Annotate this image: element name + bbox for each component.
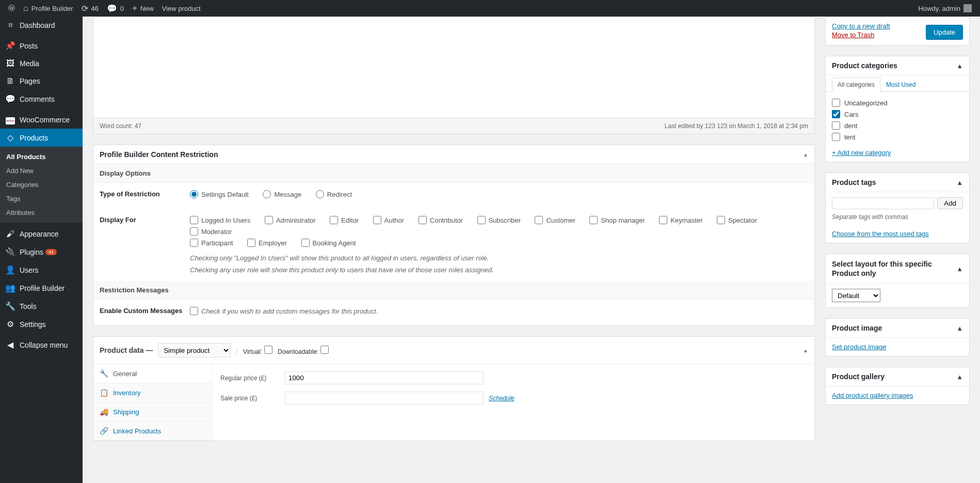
radio-redirect[interactable]: Redirect xyxy=(316,190,352,198)
toggle-icon[interactable]: ▲ xyxy=(803,152,808,158)
custom-messages-label: Enable Custom Messages xyxy=(100,307,190,315)
role-participant[interactable]: Participant xyxy=(190,239,233,247)
menu-media[interactable]: 🖼Media xyxy=(0,55,83,72)
role-employer[interactable]: Employer xyxy=(247,239,287,247)
set-image-link[interactable]: Set product image xyxy=(832,343,887,351)
menu-tools[interactable]: 🔧Tools xyxy=(0,297,83,315)
toggle-icon[interactable]: ▲ xyxy=(956,62,963,70)
products-icon: ◇ xyxy=(5,133,15,143)
role-subscriber[interactable]: Subscriber xyxy=(477,216,521,224)
role-booking-agent[interactable]: Booking Agent xyxy=(301,239,356,247)
toggle-icon[interactable]: ▲ xyxy=(956,373,963,381)
submenu-categories[interactable]: Categories xyxy=(0,178,83,192)
role-logged-in[interactable]: Logged In Users xyxy=(190,216,250,224)
toggle-icon[interactable]: ▲ xyxy=(956,265,963,273)
layout-select[interactable]: Default xyxy=(832,289,880,302)
role-keymaster[interactable]: Keymaster xyxy=(659,216,702,224)
regular-price-input[interactable] xyxy=(285,371,484,384)
menu-pages[interactable]: 🗎Pages xyxy=(0,72,83,90)
role-author[interactable]: Author xyxy=(373,216,404,224)
submenu-attributes[interactable]: Attributes xyxy=(0,206,83,220)
menu-products[interactable]: ◇Products xyxy=(0,129,83,147)
editor-body[interactable] xyxy=(93,17,814,118)
plug-icon: 🔌 xyxy=(5,247,15,257)
downloadable-label[interactable]: Downloadable: xyxy=(278,346,329,355)
role-shop-manager[interactable]: Shop manager xyxy=(589,216,645,224)
menu-dashboard[interactable]: ⌗Dashboard xyxy=(0,17,83,34)
pin-icon: 📌 xyxy=(5,41,15,51)
toggle-icon[interactable]: ▲ xyxy=(803,348,808,353)
collapse-menu[interactable]: ◀Collapse menu xyxy=(0,336,83,354)
new-content-link[interactable]: +New xyxy=(128,0,157,17)
menu-users[interactable]: 👤Users xyxy=(0,261,83,279)
howdy-text: Howdy, admin xyxy=(919,5,960,12)
update-button[interactable]: Update xyxy=(926,25,963,40)
updates-link[interactable]: ⟳46 xyxy=(77,0,103,17)
menu-woocommerce[interactable]: wooWooCommerce xyxy=(0,111,83,129)
cat-cars[interactable]: Cars xyxy=(832,108,963,120)
submenu-add-new[interactable]: Add New xyxy=(0,164,83,178)
toggle-icon[interactable]: ▲ xyxy=(956,179,963,186)
radio-message[interactable]: Message xyxy=(263,190,301,198)
submenu-tags[interactable]: Tags xyxy=(0,192,83,206)
add-new-category-link[interactable]: + Add new category xyxy=(832,149,891,157)
menu-profile-builder[interactable]: 👥Profile Builder xyxy=(0,279,83,297)
site-name-link[interactable]: ⌂Profile Builder xyxy=(19,0,77,17)
add-gallery-link[interactable]: Add product gallery images xyxy=(832,392,913,399)
tab-shipping[interactable]: 🚚Shipping xyxy=(93,402,212,422)
tag-input[interactable] xyxy=(832,197,934,209)
admin-bar: ⓦ ⌂Profile Builder ⟳46 💬0 +New View prod… xyxy=(0,0,980,17)
tab-most-used[interactable]: Most Used xyxy=(880,77,921,91)
tab-inventory[interactable]: 📋Inventory xyxy=(93,383,212,402)
wp-logo[interactable]: ⓦ xyxy=(4,0,19,17)
role-spectator[interactable]: Spectator xyxy=(717,216,757,224)
schedule-link[interactable]: Schedule xyxy=(489,395,515,402)
menu-appearance[interactable]: 🖌Appearance xyxy=(0,225,83,243)
cat-tent[interactable]: tent xyxy=(832,131,963,143)
account-link[interactable]: Howdy, admin xyxy=(914,0,976,17)
menu-settings[interactable]: ⚙Settings xyxy=(0,315,83,333)
role-customer[interactable]: Customer xyxy=(535,216,575,224)
wrench-icon: 🔧 xyxy=(5,301,15,311)
role-moderator[interactable]: Moderator xyxy=(190,227,232,236)
move-trash-link[interactable]: Move to Trash xyxy=(832,31,890,39)
choose-tags-link[interactable]: Choose from the most used tags xyxy=(832,230,929,238)
radio-settings-default[interactable]: Settings Default xyxy=(190,190,249,198)
comment-icon: 💬 xyxy=(107,4,117,13)
menu-posts[interactable]: 📌Posts xyxy=(0,37,83,55)
downloadable-checkbox[interactable] xyxy=(320,346,329,354)
comments-link[interactable]: 💬0 xyxy=(103,0,128,17)
tab-linked-products[interactable]: 🔗Linked Products xyxy=(93,422,212,441)
product-data-box: Product data — Simple product | Virtual:… xyxy=(93,336,815,441)
product-type-select[interactable]: Simple product xyxy=(158,343,231,357)
help-text-2: Checking any user role will show this pr… xyxy=(190,266,808,274)
view-product-link[interactable]: View product xyxy=(158,0,205,17)
tab-all-categories[interactable]: All categories xyxy=(832,77,880,92)
role-contributor[interactable]: Contributor xyxy=(419,216,463,224)
cat-dent[interactable]: dent xyxy=(832,120,963,131)
submenu-all-products[interactable]: All Products xyxy=(0,150,83,164)
wordpress-icon: ⓦ xyxy=(8,4,15,13)
menu-plugins[interactable]: 🔌Plugins41 xyxy=(0,243,83,261)
virtual-label[interactable]: Virtual: xyxy=(243,346,272,355)
products-submenu: All Products Add New Categories Tags Att… xyxy=(0,147,83,223)
cat-uncategorized[interactable]: Uncategorized xyxy=(832,97,963,108)
link-icon: 🔗 xyxy=(100,427,108,435)
tags-title: Product tags xyxy=(832,178,876,186)
tab-general[interactable]: 🔧General xyxy=(93,364,212,383)
role-editor[interactable]: Editor xyxy=(330,216,359,224)
layout-box: Select layout for this specific Product … xyxy=(825,254,970,308)
copy-draft-link[interactable]: Copy to a new draft xyxy=(832,22,890,30)
add-tag-button[interactable]: Add xyxy=(937,197,963,209)
publish-box: Copy to a new draft Move to Trash Update xyxy=(825,17,970,45)
comment-icon: 💬 xyxy=(5,94,15,104)
role-administrator[interactable]: Administrator xyxy=(265,216,316,224)
sale-price-input[interactable] xyxy=(285,392,484,404)
content-restriction-box: Profile Builder Content Restriction▲ Dis… xyxy=(93,145,815,326)
toggle-icon[interactable]: ▲ xyxy=(956,324,963,332)
virtual-checkbox[interactable] xyxy=(264,346,272,354)
editor-area: Word count: 47 Last edited by 123 123 on… xyxy=(93,17,815,134)
tags-box: Product tags▲ Add Separate tags with com… xyxy=(825,173,970,243)
menu-comments[interactable]: 💬Comments xyxy=(0,90,83,108)
custom-messages-checkbox[interactable]: Check if you wish to add custom messages… xyxy=(190,307,378,315)
